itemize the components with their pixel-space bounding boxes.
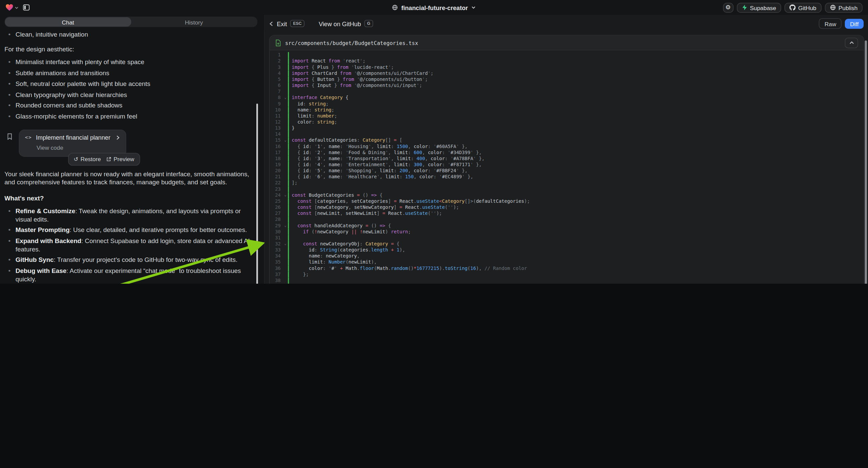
sidebar-toggle-icon[interactable] — [23, 4, 30, 11]
publish-button[interactable]: Publish — [825, 2, 863, 12]
design-heading: For the design aesthetic: — [4, 45, 256, 54]
collapse-file-button[interactable] — [845, 37, 858, 48]
external-link-icon — [106, 156, 112, 162]
diff-toggle-button[interactable]: Diff — [845, 19, 864, 29]
list-item: GitHub Sync: Transfer your project's cod… — [4, 256, 256, 264]
assistant-paragraph: Your sleek financial planner is now read… — [4, 170, 256, 186]
list-item: Subtle animations and transitions — [4, 69, 256, 77]
code-line: 37 }; — [270, 272, 864, 277]
file-diff-card: src/components/budget/BudgetCategories.t… — [269, 35, 864, 284]
code-line: 34 name: newCategory, — [270, 253, 864, 259]
topbar: financial-future-creator ⚙ Supabase GitH… — [0, 0, 868, 15]
list-item: Expand with Backend: Connect Supabase to… — [4, 237, 256, 254]
code-line: 5import { Button } from '@/components/ui… — [270, 77, 864, 83]
gear-icon: ⚙ — [725, 4, 731, 11]
tab-history[interactable]: History — [131, 17, 257, 27]
code-line: 14 — [270, 131, 864, 137]
code-line: 38 — [270, 277, 864, 284]
code-line: 18 { id: '3', name: 'Transportation', li… — [270, 156, 864, 162]
file-path: src/components/budget/BudgetCategories.t… — [285, 39, 418, 46]
code-line: 7 — [270, 89, 864, 95]
next-steps-list: Refine & Customize: Tweak the design, an… — [4, 207, 256, 284]
code-line: 20 { id: '5', name: 'Shopping', limit: 2… — [270, 168, 864, 174]
lovable-heart-icon — [6, 4, 13, 11]
design-bullet-list: Minimalist interface with plenty of whit… — [4, 58, 256, 120]
restore-preview-pill: ↺ Restore Preview — [68, 153, 140, 166]
code-line: 17 { id: '2', name: 'Food & Dining', lim… — [270, 150, 864, 156]
code-lines[interactable]: 12import React from 'react';3import { Pl… — [270, 50, 864, 284]
code-line: 29⌄ const handleAddCategory = () => { — [270, 223, 864, 229]
lovable-logo-menu[interactable] — [6, 4, 19, 11]
code-line: 25 const [categories, setCategories] = R… — [270, 198, 864, 204]
list-item: Glass-morphic elements for a premium fee… — [4, 112, 256, 120]
code-line: 35 limit: Number(newLimit), — [270, 259, 864, 265]
restore-button[interactable]: ↺ Restore — [73, 155, 101, 163]
publish-globe-icon — [830, 4, 836, 10]
version-card-title: Implement financial planner — [36, 133, 111, 142]
code-line: 22]; — [270, 180, 864, 186]
code-line: 9 id: string; — [270, 101, 864, 107]
view-on-github-link[interactable]: View on GitHub — [319, 20, 361, 27]
globe-icon — [392, 4, 398, 10]
code-line: 13} — [270, 125, 864, 131]
list-item: Master Prompting: Use clear, detailed, a… — [4, 226, 256, 234]
chat-scroll-area[interactable]: Clean, intuitive navigation For the desi… — [4, 29, 256, 284]
preview-button[interactable]: Preview — [106, 155, 134, 163]
list-item: Rounded corners and subtle shadows — [4, 101, 256, 110]
chat-bullet: Clean, intuitive navigation — [4, 31, 256, 39]
bookmark-icon[interactable] — [7, 133, 13, 140]
code-line: 31 — [270, 235, 864, 241]
code-line: 16 { id: '1', name: 'Housing', limit: 15… — [270, 143, 864, 149]
code-line: 23 — [270, 186, 864, 192]
code-line: 26 const [newCategory, setNewCategory] =… — [270, 204, 864, 210]
code-line: 24⌄const BudgetCategories = () => { — [270, 193, 864, 198]
code-line: 15⌄const defaultCategories: Category[] =… — [270, 137, 864, 143]
g-keycap: G — [364, 20, 373, 27]
code-line: 33 id: String(categories.length + 1), — [270, 247, 864, 253]
code-line: 1 — [270, 52, 864, 58]
code-line: 21 { id: '6', name: 'Healthcare', limit:… — [270, 174, 864, 180]
code-line: 8⌄interface Category { — [270, 95, 864, 101]
code-line: 11 limit: number; — [270, 113, 864, 119]
list-item: Debug with Ease: Activate our experiment… — [4, 267, 256, 283]
code-icon: <> — [25, 133, 32, 142]
back-chevron-icon[interactable] — [269, 21, 274, 27]
raw-toggle-button[interactable]: Raw — [819, 18, 842, 29]
code-panel-header: Exit ESC View on GitHub G Raw Diff — [265, 15, 868, 32]
view-code-link[interactable]: View code — [37, 143, 120, 152]
exit-button[interactable]: Exit — [277, 20, 287, 27]
code-scrollbar-thumb[interactable] — [865, 40, 867, 284]
file-bar[interactable]: src/components/budget/BudgetCategories.t… — [270, 36, 864, 51]
file-added-icon — [275, 39, 281, 46]
chat-panel: Chat History Clean, intuitive navigation… — [0, 15, 265, 284]
chevron-down-icon — [471, 5, 476, 10]
code-line: 4import ChartCard from '@/components/ui/… — [270, 70, 864, 77]
code-line: 32⌄ const newCategoryObj: Category = { — [270, 241, 864, 247]
list-item: Soft, neutral color palette with light b… — [4, 80, 256, 88]
code-line: 12 color: string; — [270, 119, 864, 125]
code-line: 28 — [270, 216, 864, 223]
github-icon — [789, 4, 796, 10]
esc-keycap: ESC — [290, 20, 304, 27]
supabase-button[interactable]: Supabase — [737, 2, 781, 12]
tab-chat[interactable]: Chat — [5, 17, 131, 27]
chevron-down-icon — [14, 5, 19, 10]
code-line: 36 color: '#' + Math.floor(Math.random()… — [270, 265, 864, 271]
code-line: 27 const [newLimit, setNewLimit] = React… — [270, 210, 864, 216]
supabase-bolt-icon — [742, 4, 747, 10]
project-switcher[interactable]: financial-future-creator — [392, 4, 476, 11]
list-item: Minimalist interface with plenty of whit… — [4, 58, 256, 66]
code-line: 10 name: string; — [270, 107, 864, 113]
chat-history-tabs: Chat History — [4, 17, 257, 27]
list-item: Refine & Customize: Tweak the design, an… — [4, 207, 256, 224]
chat-scrollbar-thumb[interactable] — [256, 104, 258, 284]
github-button[interactable]: GitHub — [784, 2, 822, 12]
code-line: 6import { Input } from '@/components/ui/… — [270, 83, 864, 89]
app-window: financial-future-creator ⚙ Supabase GitH… — [0, 0, 868, 284]
chevron-right-icon — [116, 135, 120, 140]
code-line: 3import { Plus } from 'lucide-react'; — [270, 64, 864, 70]
settings-button[interactable]: ⚙ — [723, 2, 733, 12]
code-line: 30 if (!newCategory || !newLimit) return… — [270, 229, 864, 235]
whats-next-heading: What's next? — [4, 194, 256, 202]
version-card-implement-financial-planner[interactable]: <> Implement financial planner View code… — [19, 129, 126, 156]
